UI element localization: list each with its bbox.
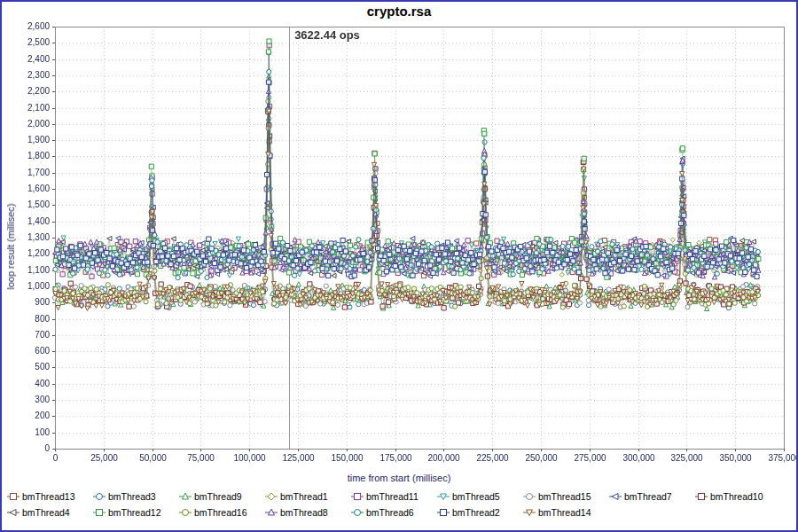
legend-label: bmThread13 bbox=[22, 491, 75, 502]
legend-label: bmThread15 bbox=[538, 491, 591, 502]
legend-marker-icon bbox=[179, 492, 192, 501]
legend-item-bmThread5: bmThread5 bbox=[437, 489, 523, 505]
legend-marker-icon bbox=[93, 508, 106, 517]
legend-marker-icon bbox=[93, 492, 106, 501]
legend-label: bmThread12 bbox=[108, 507, 161, 518]
legend-marker-icon bbox=[695, 492, 708, 501]
legend-item-bmThread11: bmThread11 bbox=[351, 489, 437, 505]
legend-item-bmThread14: bmThread14 bbox=[523, 505, 609, 520]
legend-item-bmThread8: bmThread8 bbox=[265, 505, 351, 520]
legend-item-bmThread6: bmThread6 bbox=[351, 505, 437, 520]
legend-label: bmThread11 bbox=[366, 491, 419, 502]
legend-label: bmThread1 bbox=[280, 491, 328, 502]
legend-label: bmThread16 bbox=[194, 507, 247, 518]
chart-window: crypto.rsa loop result (millisec) 3622.4… bbox=[0, 0, 798, 532]
legend: bmThread13bmThread3bmThread9bmThread1bmT… bbox=[2, 485, 796, 520]
ops-annotation: 3622.44 ops bbox=[294, 28, 360, 42]
legend-item-bmThread1: bmThread1 bbox=[265, 489, 351, 505]
legend-label: bmThread3 bbox=[108, 491, 156, 502]
plot-canvas bbox=[2, 21, 796, 472]
legend-label: bmThread6 bbox=[366, 507, 414, 518]
legend-marker-icon bbox=[437, 508, 450, 517]
legend-marker-icon bbox=[609, 492, 622, 501]
legend-marker-icon bbox=[351, 492, 364, 501]
plot-area: loop result (millisec) 3622.44 ops bbox=[2, 21, 796, 472]
legend-marker-icon bbox=[265, 492, 278, 501]
legend-marker-icon bbox=[7, 508, 20, 517]
legend-marker-icon bbox=[351, 508, 364, 517]
legend-label: bmThread14 bbox=[538, 507, 591, 518]
legend-item-bmThread2: bmThread2 bbox=[437, 505, 523, 520]
legend-label: bmThread4 bbox=[22, 507, 70, 518]
legend-item-bmThread3: bmThread3 bbox=[93, 489, 179, 505]
legend-marker-icon bbox=[265, 508, 278, 517]
legend-marker-icon bbox=[179, 508, 192, 517]
legend-marker-icon bbox=[437, 492, 450, 501]
legend-marker-icon bbox=[523, 508, 536, 517]
chart-title: crypto.rsa bbox=[2, 2, 796, 21]
legend-label: bmThread9 bbox=[194, 491, 242, 502]
legend-marker-icon bbox=[523, 492, 536, 501]
legend-item-bmThread13: bmThread13 bbox=[7, 489, 93, 505]
legend-label: bmThread5 bbox=[452, 491, 500, 502]
legend-item-bmThread9: bmThread9 bbox=[179, 489, 265, 505]
legend-item-bmThread4: bmThread4 bbox=[7, 505, 93, 520]
legend-item-bmThread7: bmThread7 bbox=[609, 489, 695, 505]
legend-marker-icon bbox=[7, 492, 20, 501]
legend-item-bmThread16: bmThread16 bbox=[179, 505, 265, 520]
legend-label: bmThread10 bbox=[710, 491, 763, 502]
legend-label: bmThread7 bbox=[624, 491, 672, 502]
legend-label: bmThread2 bbox=[452, 507, 500, 518]
y-axis-label: loop result (millisec) bbox=[5, 203, 16, 289]
legend-item-bmThread15: bmThread15 bbox=[523, 489, 609, 505]
x-axis-label: time from start (millisec) bbox=[2, 472, 796, 485]
legend-item-bmThread12: bmThread12 bbox=[93, 505, 179, 520]
legend-label: bmThread8 bbox=[280, 507, 328, 518]
legend-item-bmThread10: bmThread10 bbox=[695, 489, 781, 505]
